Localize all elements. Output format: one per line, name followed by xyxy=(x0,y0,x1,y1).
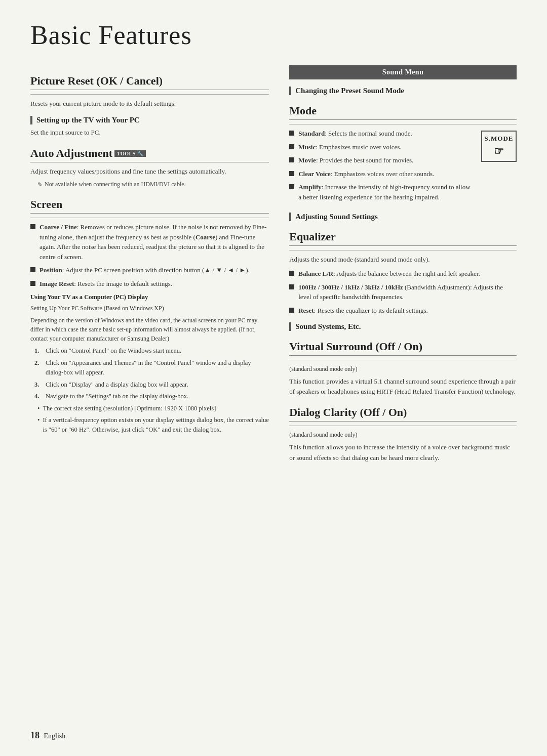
bullet-icon xyxy=(30,281,35,286)
page-title: Basic Features xyxy=(30,20,517,50)
pc-display-intro: Setting Up Your PC Software (Based on Wi… xyxy=(30,304,269,313)
bullet-icon xyxy=(289,144,294,149)
page-number-area: 18 English xyxy=(30,730,65,741)
dot-item-2: • If a vertical-frequency option exists … xyxy=(37,415,269,435)
smode-label: S.MODE xyxy=(485,135,514,143)
dialog-clarity-title: Dialog Clarity (Off / On) xyxy=(289,406,517,422)
bullet-icon xyxy=(289,308,294,313)
equalizer-title: Equalizer xyxy=(289,230,517,246)
bullet-position: Position: Adjust the PC screen position … xyxy=(30,265,269,275)
numbered-item-4: 4. Navigate to the "Settings" tab on the… xyxy=(34,392,269,401)
dialog-clarity-body: This function allows you to increase the… xyxy=(289,442,517,463)
setting-up-tv-section: Setting up the TV with Your PC Set the i… xyxy=(30,116,269,138)
left-column: Picture Reset (OK / Cancel) Resets your … xyxy=(30,65,269,467)
bullet-icon xyxy=(289,171,294,176)
virtual-surround-body: This function provides a virtual 5.1 cha… xyxy=(289,376,517,397)
virtual-surround-title: Virtual Surround (Off / On) xyxy=(289,340,517,356)
numbered-item-2: 2. Click on "Appearance and Themes" in t… xyxy=(34,358,269,377)
auto-adjustment-body: Adjust frequency values/positions and fi… xyxy=(30,166,269,177)
setting-up-tv-body: Set the input source to PC. xyxy=(30,128,269,138)
equalizer-section: Equalizer Adjusts the sound mode (standa… xyxy=(289,230,517,315)
bullet-icon xyxy=(289,184,294,189)
bullet-movie: Movie: Provides the best sound for movie… xyxy=(289,155,473,165)
pc-display-title: Using Your TV as a Computer (PC) Display xyxy=(30,293,269,301)
bullet-reset-eq: Reset: Resets the equalizer to its defau… xyxy=(289,306,517,316)
sound-systems-section: Sound Systems, Etc. xyxy=(289,322,517,331)
smode-box: S.MODE ☞ xyxy=(481,131,517,162)
mode-bullets: Standard: Selects the normal sound mode.… xyxy=(289,129,473,205)
changing-preset-title: Changing the Preset Sound Mode xyxy=(289,87,517,95)
bullet-balance: Balance L/R: Adjusts the balance between… xyxy=(289,269,517,279)
dot-list: • The correct size setting (resolution) … xyxy=(37,404,269,434)
bullet-coarse-fine: Coarse / Fine: Removes or reduces pictur… xyxy=(30,222,269,262)
picture-reset-section: Picture Reset (OK / Cancel) Resets your … xyxy=(30,74,269,109)
dot-item-1: • The correct size setting (resolution) … xyxy=(37,404,269,413)
auto-adjustment-note: ✎ Not available when connecting with an … xyxy=(37,181,269,189)
bullet-bandwidth: 100Hz / 300Hz / 1kHz / 3kHz / 10kHz (Ban… xyxy=(289,282,517,302)
screen-section: Screen Coarse / Fine: Removes or reduces… xyxy=(30,198,269,434)
auto-adjustment-title: Auto Adjustment TOOLS 🔧 xyxy=(30,147,269,162)
adjusting-sound-section: Adjusting Sound Settings xyxy=(289,213,517,221)
page-language: English xyxy=(44,732,66,740)
sound-systems-title: Sound Systems, Etc. xyxy=(289,322,517,331)
setting-up-tv-title: Setting up the TV with Your PC xyxy=(30,116,269,124)
mode-section: Mode Standard: Selects the normal sound … xyxy=(289,104,517,205)
bullet-image-reset: Image Reset: Resets the image to default… xyxy=(30,279,269,289)
numbered-list: 1. Click on "Control Panel" on the Windo… xyxy=(34,346,269,401)
numbered-item-3: 3. Click on "Display" and a display dial… xyxy=(34,380,269,390)
dialog-clarity-section: Dialog Clarity (Off / On) (standard soun… xyxy=(289,406,517,463)
bullet-icon xyxy=(30,267,35,272)
page-number: 18 xyxy=(30,730,40,740)
bullet-icon xyxy=(289,271,294,276)
picture-reset-body: Resets your current picture mode to its … xyxy=(30,99,269,109)
adjusting-sound-title: Adjusting Sound Settings xyxy=(289,213,517,221)
bullet-icon xyxy=(30,224,35,229)
bullet-amplify: Amplify: Increase the intensity of high-… xyxy=(289,182,473,202)
virtual-surround-section: Virtual Surround (Off / On) (standard so… xyxy=(289,340,517,397)
pc-display-body: Depending on the version of Windows and … xyxy=(30,316,269,343)
tools-badge: TOOLS 🔧 xyxy=(114,150,146,157)
sound-menu-bar: Sound Menu xyxy=(289,65,517,79)
bullet-music: Music: Emphasizes music over voices. xyxy=(289,142,473,152)
virtual-surround-subtitle: (standard sound mode only) xyxy=(289,364,517,373)
bullet-icon xyxy=(289,284,294,289)
bullet-clear-voice: Clear Voice: Emphasizes voices over othe… xyxy=(289,169,473,179)
note-icon: ✎ xyxy=(37,181,43,189)
mode-title: Mode xyxy=(289,104,517,120)
two-column-layout: Picture Reset (OK / Cancel) Resets your … xyxy=(30,65,517,467)
page: Basic Features Picture Reset (OK / Cance… xyxy=(0,0,547,756)
picture-reset-title: Picture Reset (OK / Cancel) xyxy=(30,74,269,90)
pc-display-subsection: Using Your TV as a Computer (PC) Display… xyxy=(30,293,269,434)
bullet-icon xyxy=(289,131,294,136)
right-column: Sound Menu Changing the Preset Sound Mod… xyxy=(289,65,517,467)
auto-adjustment-section: Auto Adjustment TOOLS 🔧 Adjust frequency… xyxy=(30,147,269,189)
smode-hand-icon: ☞ xyxy=(494,145,504,158)
screen-title: Screen xyxy=(30,198,269,214)
mode-row: Standard: Selects the normal sound mode.… xyxy=(289,129,517,205)
dialog-clarity-subtitle: (standard sound mode only) xyxy=(289,430,517,439)
equalizer-body: Adjusts the sound mode (standard sound m… xyxy=(289,255,517,265)
numbered-item-1: 1. Click on "Control Panel" on the Windo… xyxy=(34,346,269,356)
changing-preset-section: Changing the Preset Sound Mode xyxy=(289,87,517,95)
bullet-icon xyxy=(289,157,294,162)
bullet-standard: Standard: Selects the normal sound mode. xyxy=(289,129,473,139)
